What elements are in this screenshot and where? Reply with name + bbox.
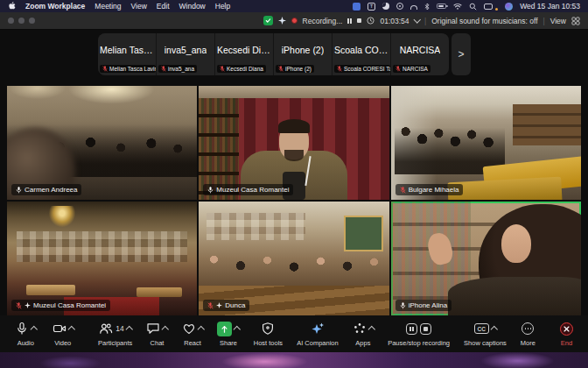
table: [26, 285, 76, 295]
participant-display-name: Scoala CORE...: [334, 45, 388, 55]
participant-name-text: Melian Tasca Lavinia: [109, 66, 156, 72]
minimize-window-button[interactable]: [18, 18, 24, 24]
participant-filmstrip: Melian Tasca... Melian Tasca Lavinia inv…: [0, 30, 588, 78]
mic-in-use-indicator: [495, 8, 498, 11]
participant-name-label: Bulgare Mihaela: [396, 184, 464, 195]
show-captions-button[interactable]: CC Show captions: [459, 322, 511, 347]
bluetooth-icon[interactable]: [424, 3, 430, 11]
meeting-toolbar: Audio Video 14 Participants: [0, 315, 588, 352]
more-button[interactable]: More: [516, 322, 540, 347]
timer-chevron-down-icon[interactable]: [413, 17, 420, 24]
control-center-icon[interactable]: [484, 4, 493, 10]
audio-button[interactable]: Audio: [10, 322, 41, 347]
participants-chevron-icon[interactable]: [126, 326, 133, 333]
filmstrip-tile-scoala[interactable]: Scoala CORE... Scoala CORESI Targo...: [332, 33, 391, 75]
zoom-title-bar: Recording... 01:03:54 | Original sound f…: [0, 12, 588, 30]
participant-name-label: Muzeul Casa Romantei: [11, 300, 110, 311]
yellow-desk: [447, 176, 563, 200]
audio-options-chevron-icon[interactable]: [31, 326, 38, 333]
react-chevron-icon[interactable]: [198, 326, 205, 333]
ai-companion-status-icon[interactable]: [278, 17, 286, 25]
muted-mic-icon: [337, 66, 342, 72]
menu-view[interactable]: View: [131, 2, 147, 11]
filmstrip-tile-inva5[interactable]: inva5_ana inva5_ana: [157, 33, 215, 75]
do-not-disturb-icon[interactable]: [382, 3, 389, 10]
menu-bar-clock[interactable]: Wed 15 Jan 10:53: [520, 2, 580, 11]
ai-companion-button[interactable]: AI Companion: [292, 322, 343, 347]
filmstrip-tile-narcisa[interactable]: NARCISA NARCISA: [391, 33, 449, 75]
chat-button[interactable]: Chat: [142, 322, 172, 347]
mic-icon: [400, 302, 406, 309]
classroom-crowd: [7, 124, 197, 177]
muted-mic-icon: [102, 66, 108, 72]
earphone-cord: [304, 156, 311, 186]
macos-menu-bar: Zoom Workplace Meeting View Edit Window …: [0, 0, 588, 12]
filmstrip-next-page-button[interactable]: >: [452, 33, 471, 75]
muted-mic-icon: [220, 66, 225, 72]
stop-recording-icon[interactable]: [420, 323, 431, 335]
screen-record-icon[interactable]: [396, 3, 403, 10]
menu-meeting[interactable]: Meeting: [94, 2, 121, 11]
apple-icon[interactable]: [8, 2, 16, 11]
pause-recording-icon[interactable]: [347, 18, 352, 24]
person-hair: [479, 204, 581, 315]
end-meeting-icon: [560, 322, 573, 336]
video-tile-carmen-andreea[interactable]: Carmen Andreea: [7, 86, 197, 200]
battery-icon[interactable]: [437, 4, 446, 9]
more-ellipsis-icon: [522, 322, 534, 335]
close-window-button[interactable]: [8, 18, 14, 24]
menu-help[interactable]: Help: [215, 2, 230, 11]
app-menulet-icon[interactable]: [353, 3, 360, 11]
siri-icon[interactable]: [505, 3, 513, 11]
captions-icon: CC: [474, 323, 489, 334]
view-button-label[interactable]: View: [550, 17, 566, 25]
video-tile-muzeul-host[interactable]: Muzeul Casa Romantei: [199, 86, 388, 200]
person-body: [241, 151, 347, 200]
end-meeting-button[interactable]: End: [556, 322, 578, 347]
original-sound-toggle[interactable]: Original sound for musicians: off: [431, 17, 537, 25]
input-source-icon[interactable]: T: [368, 3, 375, 11]
share-chevron-icon[interactable]: [234, 326, 241, 333]
video-gallery: Carmen Andreea Muzeul Casa Romantei: [0, 78, 588, 315]
headphones-icon[interactable]: [410, 5, 417, 10]
search-icon[interactable]: [469, 3, 477, 11]
muted-mic-icon: [16, 302, 22, 309]
react-button[interactable]: React: [178, 322, 208, 347]
view-grid-icon[interactable]: [571, 17, 580, 25]
captions-chevron-icon[interactable]: [491, 326, 498, 333]
pause-recording-icon[interactable]: [406, 323, 417, 335]
share-button[interactable]: Share: [213, 322, 244, 347]
participant-name-text: Muzeul Casa Romantei: [216, 186, 289, 194]
stop-recording-icon[interactable]: [357, 18, 362, 24]
apps-chevron-icon[interactable]: [368, 326, 375, 333]
video-tile-muzeul-hall[interactable]: Muzeul Casa Romantei: [7, 202, 197, 315]
filmstrip-tile-melian[interactable]: Melian Tasca... Melian Tasca Lavinia: [98, 33, 157, 75]
participant-name-label: Dunca: [203, 300, 249, 311]
menu-edit[interactable]: Edit: [157, 2, 170, 11]
menu-zoom-workplace[interactable]: Zoom Workplace: [25, 2, 85, 11]
video-tile-bulgare-mihaela[interactable]: Bulgare Mihaela: [391, 86, 581, 200]
apps-button[interactable]: Apps: [348, 322, 379, 347]
filmstrip-tile-kecsedi[interactable]: Kecsedi Diana Kecsedi Diana: [215, 33, 274, 75]
video-tile-dunca[interactable]: Dunca: [199, 202, 388, 315]
wifi-icon[interactable]: [453, 3, 462, 10]
video-button[interactable]: Video: [48, 322, 79, 347]
zoom-window-button[interactable]: [29, 18, 35, 24]
meeting-encryption-shield-icon[interactable]: [263, 16, 273, 25]
pause-stop-recording-button[interactable]: Pause/stop recording: [383, 322, 454, 347]
video-tile-iphone-alina[interactable]: iPhone Alina: [391, 202, 581, 315]
mic-icon: [207, 187, 214, 194]
participant-name-label: NARCISA: [393, 65, 430, 73]
filmstrip-tile-iphone2[interactable]: iPhone (2) iPhone (2): [274, 33, 332, 75]
host-tools-button[interactable]: Host tools: [249, 322, 287, 347]
participant-name-text: Kecsedi Diana: [227, 66, 263, 72]
participant-name-text: iPhone Alina: [409, 301, 447, 309]
person-silhouette: [7, 128, 75, 200]
yellow-desk: [483, 156, 581, 196]
menu-window[interactable]: Window: [179, 2, 206, 11]
participants-button[interactable]: 14 Participants: [94, 322, 136, 347]
video-options-chevron-icon[interactable]: [67, 326, 74, 333]
person-hand: [425, 231, 455, 267]
chandelier: [49, 206, 75, 227]
chat-chevron-icon[interactable]: [162, 326, 169, 333]
